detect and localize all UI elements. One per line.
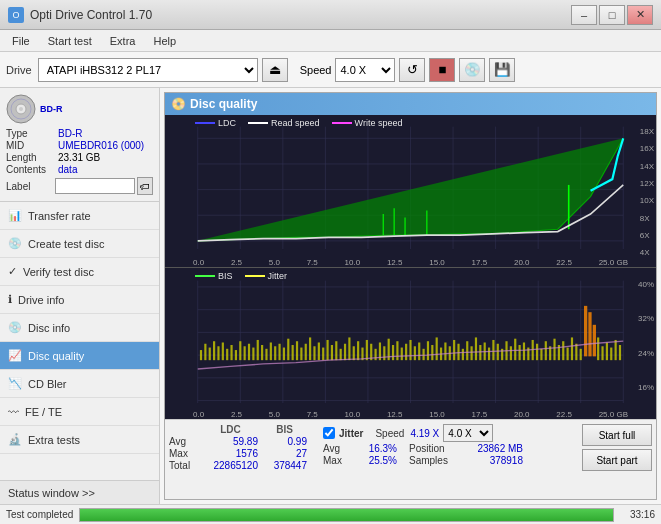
jitter-max-row: Max 25.5% Samples 378918 [323, 455, 523, 466]
svg-rect-72 [318, 342, 320, 360]
close-button[interactable]: ✕ [627, 5, 653, 25]
eject-button[interactable]: ⏏ [262, 58, 288, 82]
menu-extra[interactable]: Extra [102, 33, 144, 49]
fe-te-icon: 〰 [8, 406, 19, 418]
maximize-button[interactable]: □ [599, 5, 625, 25]
svg-rect-71 [313, 346, 315, 360]
svg-rect-89 [392, 345, 394, 360]
svg-rect-48 [213, 341, 215, 360]
start-part-button[interactable]: Start part [582, 449, 652, 471]
menu-file[interactable]: File [4, 33, 38, 49]
stats-avg-row: Avg 59.89 0.99 [169, 436, 307, 447]
disc-info-panel: BD-R Type BD-R MID UMEBDR016 (000) Lengt… [0, 88, 159, 202]
svg-rect-87 [383, 346, 385, 360]
max-bis: 27 [262, 448, 307, 459]
svg-rect-70 [309, 337, 311, 360]
nav-extra-tests[interactable]: 🔬 Extra tests [0, 426, 159, 454]
sidebar: BD-R Type BD-R MID UMEBDR016 (000) Lengt… [0, 88, 160, 504]
svg-rect-58 [257, 339, 259, 359]
label-input[interactable] [55, 178, 135, 194]
svg-rect-96 [423, 348, 425, 359]
svg-rect-138 [606, 342, 608, 360]
jitter-label: Jitter [268, 271, 288, 281]
nav-disc-info[interactable]: 💿 Disc info [0, 314, 159, 342]
jitter-check-row: Jitter Speed 4.19 X 4.0 X [323, 424, 523, 442]
svg-rect-79 [348, 337, 350, 360]
bis-header: BIS [262, 424, 307, 435]
svg-rect-118 [519, 345, 521, 360]
svg-point-2 [19, 107, 23, 111]
svg-rect-140 [615, 339, 617, 359]
svg-rect-112 [492, 339, 494, 359]
menu-start-test[interactable]: Start test [40, 33, 100, 49]
content-area: 📀 Disc quality LDC Read [160, 88, 661, 504]
cd-bler-label: CD Bler [28, 378, 67, 390]
position-val: 23862 MB [468, 443, 523, 454]
bis-color [195, 275, 215, 277]
samples-label: Samples [409, 455, 464, 466]
ldc-label: LDC [218, 118, 236, 128]
nav-verify-test-disc[interactable]: ✓ Verify test disc [0, 258, 159, 286]
svg-rect-45 [200, 350, 202, 360]
settings-button[interactable]: ■ [429, 58, 455, 82]
svg-rect-106 [466, 341, 468, 360]
ldc-legend: LDC [195, 118, 236, 128]
svg-rect-126 [553, 338, 555, 359]
nav-transfer-rate[interactable]: 📊 Transfer rate [0, 202, 159, 230]
svg-rect-129 [567, 347, 569, 360]
start-buttons: Start full Start part [582, 424, 652, 495]
bis-label: BIS [218, 271, 233, 281]
nav-disc-quality[interactable]: 📈 Disc quality [0, 342, 159, 370]
svg-rect-119 [523, 342, 525, 360]
app-icon: O [8, 7, 24, 23]
svg-rect-77 [340, 348, 342, 359]
svg-rect-65 [287, 338, 289, 359]
svg-rect-67 [296, 341, 298, 360]
max-ldc: 1576 [203, 448, 258, 459]
menu-help[interactable]: Help [145, 33, 184, 49]
svg-rect-68 [300, 347, 302, 360]
svg-rect-74 [326, 339, 328, 359]
toolbar: Drive ATAPI iHBS312 2 PL17 ⏏ Speed 4.0 X… [0, 52, 661, 88]
disc-button[interactable]: 💿 [459, 58, 485, 82]
nav-cd-bler[interactable]: 📉 CD Bler [0, 370, 159, 398]
chart2-y-right: 40% 32% 24% 16% 8% [638, 278, 654, 420]
svg-rect-50 [222, 342, 224, 360]
total-label: Total [169, 460, 199, 471]
nav-create-test-disc[interactable]: 💿 Create test disc [0, 230, 159, 258]
svg-rect-105 [462, 348, 464, 359]
speed-select[interactable]: 4.0 X [335, 58, 395, 82]
charts-container: LDC Read speed Write speed [165, 115, 656, 419]
svg-rect-92 [405, 343, 407, 359]
svg-rect-116 [510, 346, 512, 360]
svg-rect-56 [248, 343, 250, 359]
speed-label: Speed [300, 64, 332, 76]
svg-rect-91 [401, 347, 403, 360]
ldc-color [195, 122, 215, 124]
jitter-checkbox[interactable] [323, 427, 335, 439]
drive-select[interactable]: ATAPI iHBS312 2 PL17 [38, 58, 258, 82]
save-button[interactable]: 💾 [489, 58, 515, 82]
nav-fe-te[interactable]: 〰 FE / TE [0, 398, 159, 426]
svg-rect-137 [601, 346, 603, 360]
drive-info-icon: ℹ [8, 293, 12, 306]
label-button[interactable]: 🏷 [137, 177, 153, 195]
nav-drive-info[interactable]: ℹ Drive info [0, 286, 159, 314]
jitter-col-header: Jitter [339, 428, 363, 439]
disc-info-label: Disc info [28, 322, 70, 334]
svg-rect-98 [431, 345, 433, 360]
fe-te-label: FE / TE [25, 406, 62, 418]
chart2-x-axis: 0.0 2.5 5.0 7.5 10.0 12.5 15.0 17.5 20.0… [193, 410, 628, 419]
minimize-button[interactable]: – [571, 5, 597, 25]
chart2: BIS Jitter 30 25 20 15 10 [165, 268, 656, 420]
stats-max-row: Max 1576 27 [169, 448, 307, 459]
start-full-button[interactable]: Start full [582, 424, 652, 446]
svg-rect-80 [353, 346, 355, 360]
chart1: LDC Read speed Write speed [165, 115, 656, 268]
status-window-button[interactable]: Status window >> [0, 480, 159, 504]
svg-rect-76 [335, 341, 337, 360]
verify-test-disc-icon: ✓ [8, 265, 17, 278]
refresh-button[interactable]: ↺ [399, 58, 425, 82]
speed-selector[interactable]: 4.0 X [443, 424, 493, 442]
svg-rect-46 [204, 343, 206, 359]
